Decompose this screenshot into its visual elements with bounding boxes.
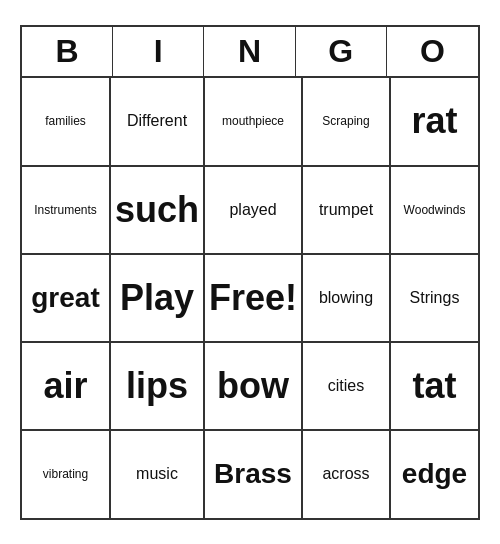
bingo-cell: rat xyxy=(390,78,478,166)
bingo-cell: blowing xyxy=(302,254,390,342)
bingo-cell: families xyxy=(22,78,110,166)
cell-text: mouthpiece xyxy=(222,114,284,128)
bingo-cell: bow xyxy=(204,342,302,430)
bingo-cell: music xyxy=(110,430,204,518)
cell-text: air xyxy=(43,365,87,407)
header-letter: I xyxy=(113,27,204,76)
bingo-header: BINGO xyxy=(22,27,478,78)
cell-text: played xyxy=(229,201,276,219)
bingo-grid: familiesDifferentmouthpieceScrapingratIn… xyxy=(22,78,478,518)
bingo-cell: Play xyxy=(110,254,204,342)
bingo-cell: great xyxy=(22,254,110,342)
bingo-card: BINGO familiesDifferentmouthpieceScrapin… xyxy=(20,25,480,520)
bingo-cell: Instruments xyxy=(22,166,110,254)
bingo-cell: Woodwinds xyxy=(390,166,478,254)
bingo-cell: mouthpiece xyxy=(204,78,302,166)
bingo-cell: Free! xyxy=(204,254,302,342)
bingo-cell: vibrating xyxy=(22,430,110,518)
cell-text: families xyxy=(45,114,86,128)
bingo-cell: Different xyxy=(110,78,204,166)
bingo-cell: played xyxy=(204,166,302,254)
cell-text: cities xyxy=(328,377,364,395)
cell-text: Brass xyxy=(214,458,292,490)
bingo-cell: across xyxy=(302,430,390,518)
cell-text: Free! xyxy=(209,277,297,319)
bingo-cell: edge xyxy=(390,430,478,518)
cell-text: bow xyxy=(217,365,289,407)
cell-text: music xyxy=(136,465,178,483)
cell-text: great xyxy=(31,282,99,314)
cell-text: across xyxy=(322,465,369,483)
cell-text: Different xyxy=(127,112,187,130)
cell-text: lips xyxy=(126,365,188,407)
bingo-cell: trumpet xyxy=(302,166,390,254)
cell-text: such xyxy=(115,189,199,231)
cell-text: tat xyxy=(413,365,457,407)
cell-text: vibrating xyxy=(43,467,88,481)
bingo-cell: such xyxy=(110,166,204,254)
header-letter: B xyxy=(22,27,113,76)
cell-text: Strings xyxy=(410,289,460,307)
cell-text: Scraping xyxy=(322,114,369,128)
cell-text: rat xyxy=(411,100,457,142)
bingo-cell: Brass xyxy=(204,430,302,518)
bingo-cell: Strings xyxy=(390,254,478,342)
cell-text: blowing xyxy=(319,289,373,307)
cell-text: Instruments xyxy=(34,203,97,217)
bingo-cell: lips xyxy=(110,342,204,430)
header-letter: O xyxy=(387,27,478,76)
cell-text: edge xyxy=(402,458,467,490)
header-letter: G xyxy=(296,27,387,76)
bingo-cell: tat xyxy=(390,342,478,430)
bingo-cell: Scraping xyxy=(302,78,390,166)
header-letter: N xyxy=(204,27,295,76)
cell-text: Woodwinds xyxy=(404,203,466,217)
bingo-cell: cities xyxy=(302,342,390,430)
bingo-cell: air xyxy=(22,342,110,430)
cell-text: trumpet xyxy=(319,201,373,219)
cell-text: Play xyxy=(120,277,194,319)
